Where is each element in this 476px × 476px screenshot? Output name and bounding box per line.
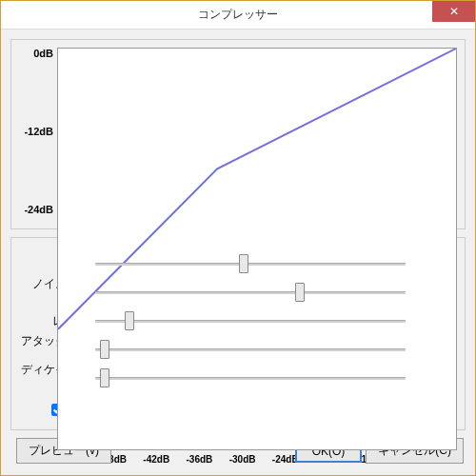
chart-body: 0dB -12dB -24dB -36dB -48dB -60dB <box>19 48 457 450</box>
content: 0dB -12dB -24dB -36dB -48dB -60dB -60dB … <box>1 30 475 475</box>
compressor-dialog: コンプレッサー ✕ 0dB -12dB -24dB -36dB -48dB -6… <box>0 0 476 476</box>
noisefloor-slider[interactable] <box>95 281 406 304</box>
close-button[interactable]: ✕ <box>432 1 475 22</box>
threshold-slider[interactable] <box>95 252 406 275</box>
close-icon: ✕ <box>449 5 459 18</box>
titlebar: コンプレッサー ✕ <box>1 1 475 30</box>
y-tick: -24dB <box>19 204 53 215</box>
y-tick: 0dB <box>19 48 53 59</box>
decay-slider[interactable] <box>95 367 406 389</box>
threshold-thumb[interactable] <box>239 254 248 273</box>
plot-area <box>57 48 457 450</box>
chart-panel: 0dB -12dB -24dB -36dB -48dB -60dB -60dB … <box>10 39 466 229</box>
noisefloor-thumb[interactable] <box>295 283 305 302</box>
ratio-thumb[interactable] <box>125 311 134 330</box>
window-title: コンプレッサー <box>198 7 278 23</box>
ratio-slider[interactable] <box>95 309 406 332</box>
attack-thumb[interactable] <box>100 340 109 359</box>
attack-slider[interactable] <box>95 338 406 361</box>
y-tick: -12dB <box>19 126 53 137</box>
decay-thumb[interactable] <box>100 368 109 387</box>
